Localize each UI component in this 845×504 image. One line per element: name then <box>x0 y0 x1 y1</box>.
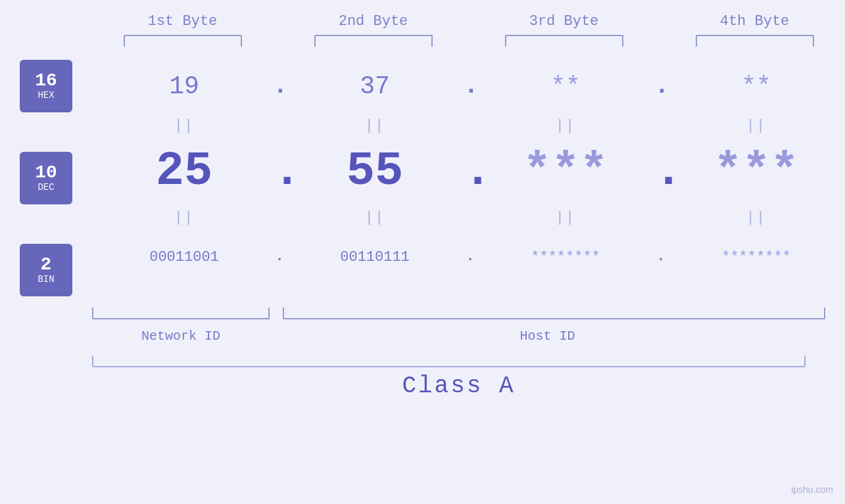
dec-dot-3: . <box>654 148 667 195</box>
byte4-label: 4th Byte <box>720 13 790 30</box>
hex-dot-3: . <box>654 74 667 99</box>
hex-val-1: 19 <box>169 72 199 101</box>
dec-val-2: 55 <box>347 145 403 198</box>
hex-badge: 16 HEX <box>20 60 72 112</box>
hex-badge-label: HEX <box>37 90 54 101</box>
eq2-sym-4: || <box>746 210 766 226</box>
labels-row: Network ID Host ID <box>92 323 845 349</box>
byte-col-1: 1st Byte <box>94 13 272 47</box>
byte-headers: 1st Byte 2nd Byte 3rd Byte 4th Byte <box>0 13 845 47</box>
bracket-top-2 <box>314 35 433 47</box>
dec-badge-label: DEC <box>37 182 54 193</box>
network-id-label: Network ID <box>92 329 270 344</box>
byte1-label: 1st Byte <box>148 13 218 30</box>
dec-val-4: *** <box>713 145 799 198</box>
dec-val-3: *** <box>523 145 608 198</box>
hex-cell-3: ** <box>477 72 654 101</box>
dec-row: 25 . 55 . *** . *** <box>95 139 845 204</box>
dec-dot-2: . <box>464 148 477 195</box>
eq2-sym-2: || <box>365 210 385 226</box>
eq-sym-1: || <box>174 118 194 134</box>
class-label: Class A <box>402 373 515 400</box>
bin-dot-3: . <box>654 250 667 264</box>
equals-row-1: || || || || <box>95 112 845 139</box>
page-wrapper: 1st Byte 2nd Byte 3rd Byte 4th Byte 16 H… <box>0 0 845 504</box>
bracket-bottom-host <box>283 308 825 319</box>
eq-cell-1: || <box>95 118 273 134</box>
bin-badge-number: 2 <box>41 256 52 274</box>
hex-dot-1: . <box>273 74 286 99</box>
hex-cell-2: 37 <box>286 72 464 101</box>
hex-val-4: ** <box>741 72 771 101</box>
dec-badge-number: 10 <box>35 164 57 182</box>
watermark: ipshu.com <box>791 484 833 495</box>
bin-cell-4: ******** <box>667 249 845 265</box>
hex-val-2: 37 <box>360 72 390 101</box>
eq2-cell-1: || <box>95 210 273 226</box>
eq2-sym-1: || <box>174 210 194 226</box>
bracket-bottom-network <box>92 308 270 319</box>
bin-val-2: 00110111 <box>340 249 410 265</box>
byte-col-4: 4th Byte <box>666 13 844 47</box>
badges-col: 16 HEX 10 DEC 2 BIN <box>20 53 95 296</box>
eq2-cell-3: || <box>477 210 654 226</box>
class-label-row: Class A <box>92 373 845 400</box>
eq2-cell-4: || <box>667 210 845 226</box>
bin-cell-2: 00110111 <box>286 249 464 265</box>
byte3-label: 3rd Byte <box>529 13 599 30</box>
dec-cell-2: 55 <box>286 145 464 198</box>
dec-badge: 10 DEC <box>20 152 72 204</box>
hex-dot-2: . <box>464 74 477 99</box>
dec-cell-4: *** <box>667 145 845 198</box>
eq-cell-2: || <box>286 118 464 134</box>
main-content: 16 HEX 10 DEC 2 BIN 19 . 37 <box>0 53 845 296</box>
bin-val-4: ******** <box>721 249 791 265</box>
bin-cell-1: 00011001 <box>95 249 273 265</box>
bin-val-1: 00011001 <box>149 249 219 265</box>
bracket-top-4 <box>696 35 814 47</box>
hex-cell-4: ** <box>667 72 845 101</box>
bracket-top-3 <box>505 35 623 47</box>
bin-dot-1: . <box>273 250 286 264</box>
eq2-sym-3: || <box>556 210 575 226</box>
eq-cell-4: || <box>667 118 845 134</box>
bin-badge-label: BIN <box>37 274 54 285</box>
host-id-label: Host ID <box>270 329 825 344</box>
hex-badge-number: 16 <box>35 72 57 90</box>
eq-sym-4: || <box>746 118 766 134</box>
hex-row: 19 . 37 . ** . ** <box>95 60 845 112</box>
dec-dot-1: . <box>273 148 286 195</box>
eq-sym-3: || <box>556 118 575 134</box>
dec-val-1: 25 <box>156 145 212 198</box>
bracket-top-1 <box>124 35 242 47</box>
equals-row-2: || || || || <box>95 204 845 231</box>
bottom-section: Network ID Host ID <box>0 300 845 349</box>
bin-badge: 2 BIN <box>20 244 72 296</box>
eq-cell-3: || <box>477 118 654 134</box>
dec-cell-1: 25 <box>95 145 273 198</box>
data-rows: 19 . 37 . ** . ** || <box>95 53 845 283</box>
hex-cell-1: 19 <box>95 72 273 101</box>
dec-cell-3: *** <box>477 145 654 198</box>
bin-val-3: ******** <box>531 249 600 265</box>
eq-sym-2: || <box>365 118 385 134</box>
byte2-label: 2nd Byte <box>339 13 408 30</box>
byte-col-3: 3rd Byte <box>475 13 653 47</box>
bin-row: 00011001 . 00110111 . ******** . *******… <box>95 231 845 283</box>
eq2-cell-2: || <box>286 210 464 226</box>
bracket-bottom-row <box>92 300 845 319</box>
byte-col-2: 2nd Byte <box>285 13 462 47</box>
bin-dot-2: . <box>464 250 477 264</box>
bin-cell-3: ******** <box>477 249 654 265</box>
hex-val-3: ** <box>550 72 581 101</box>
class-bracket <box>92 355 806 367</box>
class-section: Class A <box>0 355 845 400</box>
